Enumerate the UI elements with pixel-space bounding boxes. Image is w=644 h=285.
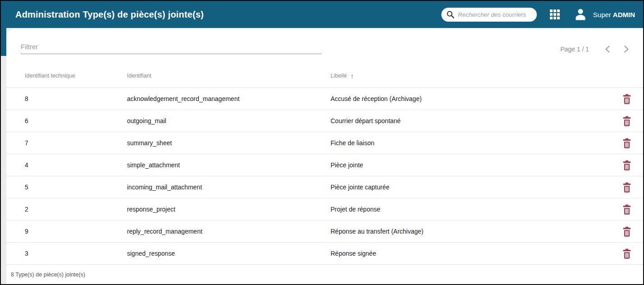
cell-label: Réponse signée	[331, 250, 612, 257]
column-header-label: Libellé	[331, 73, 347, 79]
column-header-technical-id[interactable]: Identifiant technique	[25, 73, 127, 79]
cell-identifier: outgoing_mail	[127, 117, 331, 124]
page-indicator: Page 1 / 1	[560, 46, 589, 53]
table-row[interactable]: 8 acknowledgement_record_management Accu…	[6, 88, 643, 110]
cell-technical-id: 5	[25, 184, 127, 191]
search-input[interactable]	[458, 11, 530, 18]
search-icon	[446, 10, 455, 19]
delete-icon	[622, 248, 632, 259]
chevron-left-icon	[603, 44, 613, 55]
user-first-name: Super	[593, 11, 611, 18]
cell-technical-id: 8	[25, 95, 127, 102]
table-row[interactable]: 2 response_project Projet de réponse	[6, 198, 643, 221]
cell-technical-id: 9	[25, 228, 127, 235]
column-header-label: Identifiant	[127, 73, 151, 79]
delete-icon	[622, 115, 632, 127]
table-row[interactable]: 7 summary_sheet Fiche de liaison	[6, 132, 643, 154]
filter-input[interactable]	[21, 43, 322, 54]
teal-corner-accent	[1, 28, 6, 56]
cell-technical-id: 6	[25, 117, 127, 124]
attachment-types-card: Page 1 / 1 Identifiant t	[6, 29, 643, 284]
cell-label: Projet de réponse	[331, 206, 612, 213]
delete-icon	[622, 160, 632, 171]
filter-strip: Page 1 / 1	[6, 29, 643, 64]
column-header-label: Identifiant technique	[25, 73, 75, 79]
paginator: Page 1 / 1	[560, 42, 631, 56]
cell-label: Accusé de réception (Archivage)	[331, 95, 612, 102]
column-header-label-sorted[interactable]: Libellé ↑	[331, 72, 612, 80]
app-header: Administration Type(s) de pièce(s) joint…	[1, 1, 643, 28]
user-name: SuperADMIN	[593, 11, 635, 18]
cell-technical-id: 4	[25, 161, 127, 169]
cell-identifier: reply_record_management	[127, 228, 331, 235]
delete-button[interactable]	[621, 137, 632, 149]
user-last-name: ADMIN	[613, 11, 635, 18]
apps-menu-button[interactable]	[549, 9, 560, 20]
user-icon	[574, 8, 587, 21]
apps-grid-icon	[549, 9, 560, 20]
cell-identifier: response_project	[127, 206, 331, 213]
delete-button[interactable]	[621, 181, 632, 193]
cell-label: Réponse au transfert (Archivage)	[331, 228, 612, 235]
table-footer: 8 Type(s) de pièce(s) jointe(s)	[6, 265, 643, 284]
delete-icon	[622, 182, 632, 193]
delete-button[interactable]	[621, 115, 632, 127]
delete-icon	[622, 93, 632, 105]
user-menu[interactable]: SuperADMIN	[574, 8, 635, 21]
table-row[interactable]: 3 signed_response Réponse signée	[6, 243, 643, 265]
delete-button[interactable]	[621, 248, 632, 259]
sort-asc-icon: ↑	[350, 72, 354, 80]
cell-label: Pièce jointe	[331, 161, 612, 169]
next-page-button[interactable]	[621, 44, 631, 55]
table-row[interactable]: 6 outgoing_mail Courrier départ spontané	[6, 110, 643, 132]
cell-identifier: acknowledgement_record_management	[127, 95, 331, 102]
table-header-row: Identifiant technique Identifiant Libell…	[6, 64, 643, 88]
chevron-right-icon	[621, 44, 631, 55]
cell-identifier: summary_sheet	[127, 139, 331, 147]
delete-icon	[622, 138, 632, 149]
content-area: Page 1 / 1 Identifiant t	[1, 28, 643, 284]
delete-button[interactable]	[621, 225, 632, 237]
delete-icon	[622, 226, 632, 237]
filter-field	[21, 39, 322, 54]
column-header-identifier[interactable]: Identifiant	[127, 73, 331, 79]
cell-label: Courrier départ spontané	[331, 117, 612, 124]
app-window: Administration Type(s) de pièce(s) joint…	[0, 0, 644, 285]
cell-identifier: signed_response	[127, 250, 331, 257]
cell-technical-id: 2	[25, 206, 127, 213]
delete-button[interactable]	[621, 159, 632, 171]
previous-page-button[interactable]	[603, 44, 613, 55]
table-row[interactable]: 4 simple_attachment Pièce jointe	[6, 154, 643, 176]
page-title: Administration Type(s) de pièce(s) joint…	[15, 9, 204, 20]
delete-button[interactable]	[621, 93, 632, 105]
cell-identifier: simple_attachment	[127, 161, 331, 169]
row-count-summary: 8 Type(s) de pièce(s) jointe(s)	[11, 271, 85, 278]
cell-technical-id: 3	[25, 250, 127, 257]
global-search[interactable]	[441, 8, 537, 22]
cell-label: Pièce jointe capturée	[331, 184, 612, 191]
cell-identifier: incoming_mail_attachment	[127, 184, 331, 191]
table-row[interactable]: 9 reply_record_management Réponse au tra…	[6, 221, 643, 243]
cell-label: Fiche de liaison	[331, 139, 612, 147]
cell-technical-id: 7	[25, 139, 127, 147]
table-row[interactable]: 5 incoming_mail_attachment Pièce jointe …	[6, 176, 643, 198]
delete-icon	[622, 204, 632, 215]
delete-button[interactable]	[621, 203, 632, 215]
